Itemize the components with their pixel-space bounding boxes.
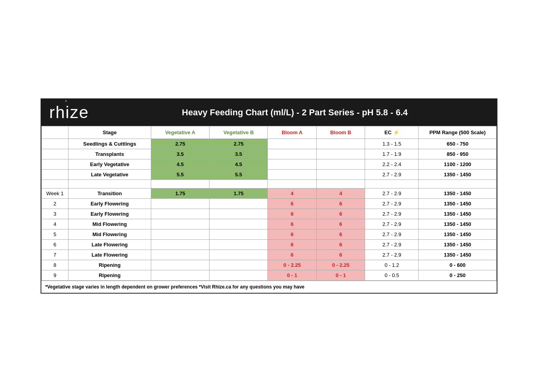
ppm-cell: 1350 - 1450 — [419, 170, 497, 180]
ppm-cell: 1350 - 1450 — [419, 199, 497, 209]
veg-b-cell: 4.5 — [210, 159, 268, 170]
veg-b-cell — [210, 260, 268, 270]
table-row: Seedlings & Cuttlings2.752.751.3 - 1.565… — [42, 139, 497, 149]
veg-b-cell — [210, 229, 268, 240]
bloom-b-cell: 0 - 2.25 — [316, 260, 365, 270]
veg-a-cell — [151, 209, 209, 219]
bloom-a-cell: 6 — [268, 199, 317, 209]
bloom-b-cell — [316, 139, 365, 149]
veg-a-cell — [151, 240, 209, 250]
th-stage: Stage — [68, 126, 151, 139]
ppm-cell: 1350 - 1450 — [419, 250, 497, 260]
chart-title: Heavy Feeding Chart (ml/L) - 2 Part Seri… — [101, 107, 489, 118]
week-cell: 6 — [42, 240, 69, 250]
week-cell: 7 — [42, 250, 69, 260]
veg-a-cell — [151, 260, 209, 270]
spacer-cell — [365, 180, 419, 189]
table-row: Late Vegetative5.55.52.7 - 2.91350 - 145… — [42, 170, 497, 180]
feeding-chart-table: Stage Vegetative A Vegetative B Bloom A … — [41, 126, 497, 281]
ppm-cell: 1350 - 1450 — [419, 229, 497, 240]
week-cell: 8 — [42, 260, 69, 270]
th-veg-b: Vegetative B — [210, 126, 268, 139]
bloom-a-cell: 0 - 1 — [268, 270, 317, 281]
bloom-b-cell — [316, 159, 365, 170]
week-cell — [42, 139, 69, 149]
veg-b-cell: 3.5 — [210, 149, 268, 159]
veg-a-cell — [151, 229, 209, 240]
table-row: Transplants3.53.51.7 - 1.9850 - 950 — [42, 149, 497, 159]
th-bloom-b: Bloom B — [316, 126, 365, 139]
chart-header: rhîze Heavy Feeding Chart (ml/L) - 2 Pa… — [41, 99, 497, 126]
ec-cell: 2.7 - 2.9 — [365, 250, 419, 260]
bloom-a-cell: 0 - 2.25 — [268, 260, 317, 270]
bloom-b-cell: 0 - 1 — [316, 270, 365, 281]
ec-cell: 1.3 - 1.5 — [365, 139, 419, 149]
bloom-a-cell: 6 — [268, 209, 317, 219]
ec-cell: 2.7 - 2.9 — [365, 219, 419, 229]
table-row: 6Late Flowering662.7 - 2.91350 - 1450 — [42, 240, 497, 250]
veg-b-cell: 2.75 — [210, 139, 268, 149]
stage-cell: Late Vegetative — [68, 170, 151, 180]
th-ec: EC ⚡ — [365, 126, 419, 139]
week-cell: 5 — [42, 229, 69, 240]
stage-cell: Mid Flowering — [68, 229, 151, 240]
stage-cell: Late Flowering — [68, 250, 151, 260]
ppm-cell: 1100 - 1200 — [419, 159, 497, 170]
spacer-cell — [419, 180, 497, 189]
week-cell — [42, 149, 69, 159]
footnote: *Vegetative stage varies in length depen… — [41, 281, 497, 293]
page-wrapper: rhîze Heavy Feeding Chart (ml/L) - 2 Pa… — [33, 91, 505, 301]
th-ppm: PPM Range (500 Scale) — [419, 126, 497, 139]
veg-b-cell: 1.75 — [210, 189, 268, 199]
ec-cell: 0 - 1.2 — [365, 260, 419, 270]
veg-b-cell — [210, 250, 268, 260]
ppm-cell: 850 - 950 — [419, 149, 497, 159]
stage-cell: Ripening — [68, 260, 151, 270]
veg-a-cell: 3.5 — [151, 149, 209, 159]
bloom-a-cell: 6 — [268, 240, 317, 250]
veg-a-cell: 4.5 — [151, 159, 209, 170]
bloom-b-cell — [316, 170, 365, 180]
stage-cell: Mid Flowering — [68, 219, 151, 229]
bloom-b-cell: 6 — [316, 199, 365, 209]
ec-cell: 2.2 - 2.4 — [365, 159, 419, 170]
ppm-cell: 650 - 750 — [419, 139, 497, 149]
table-row: 3Early Flowering662.7 - 2.91350 - 1450 — [42, 209, 497, 219]
table-row: 5Mid Flowering662.7 - 2.91350 - 1450 — [42, 229, 497, 240]
week-cell: 2 — [42, 199, 69, 209]
bloom-a-cell: 6 — [268, 229, 317, 240]
table-row — [42, 180, 497, 189]
table-row: Early Vegetative4.54.52.2 - 2.41100 - 12… — [42, 159, 497, 170]
bloom-a-cell: 6 — [268, 250, 317, 260]
spacer-cell — [68, 180, 151, 189]
table-row: 9Ripening0 - 10 - 10 - 0.50 - 250 — [42, 270, 497, 281]
ec-cell: 2.7 - 2.9 — [365, 240, 419, 250]
th-bloom-a: Bloom A — [268, 126, 317, 139]
bloom-b-cell — [316, 149, 365, 159]
ppm-cell: 0 - 250 — [419, 270, 497, 281]
ec-cell: 2.7 - 2.9 — [365, 199, 419, 209]
table-body: Seedlings & Cuttlings2.752.751.3 - 1.565… — [42, 139, 497, 281]
week-cell — [42, 170, 69, 180]
veg-b-cell: 5.5 — [210, 170, 268, 180]
chart-container: rhîze Heavy Feeding Chart (ml/L) - 2 Pa… — [41, 98, 497, 294]
stage-cell: Early Vegetative — [68, 159, 151, 170]
spacer-cell — [151, 180, 209, 189]
stage-cell: Seedlings & Cuttlings — [68, 139, 151, 149]
ec-cell: 1.7 - 1.9 — [365, 149, 419, 159]
ppm-cell: 1350 - 1450 — [419, 240, 497, 250]
ppm-cell: 1350 - 1450 — [419, 189, 497, 199]
stage-cell: Transplants — [68, 149, 151, 159]
veg-a-cell — [151, 199, 209, 209]
ec-cell: 2.7 - 2.9 — [365, 229, 419, 240]
bloom-a-cell: 6 — [268, 219, 317, 229]
logo: rhîze — [49, 103, 89, 122]
week-cell: 3 — [42, 209, 69, 219]
bloom-b-cell: 6 — [316, 209, 365, 219]
table-header-row: Stage Vegetative A Vegetative B Bloom A … — [42, 126, 497, 139]
stage-cell: Transition — [68, 189, 151, 199]
bloom-a-cell — [268, 139, 317, 149]
ppm-cell: 1350 - 1450 — [419, 209, 497, 219]
veg-b-cell — [210, 219, 268, 229]
veg-a-cell: 2.75 — [151, 139, 209, 149]
